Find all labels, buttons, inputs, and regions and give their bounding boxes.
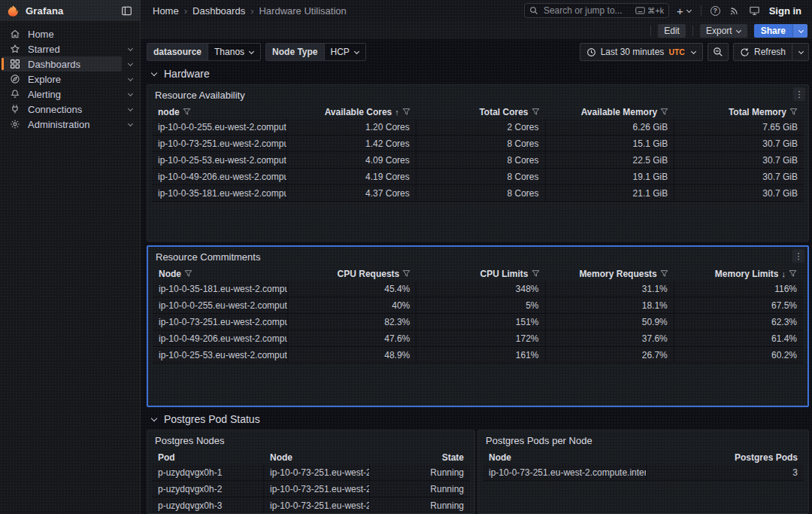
divider [692, 26, 693, 36]
column-header-memory-requests[interactable]: Memory Requests [546, 266, 674, 281]
refresh-interval-button[interactable] [792, 43, 809, 61]
panel-title[interactable]: Postgres Pods per Node [486, 435, 592, 446]
share-menu-button[interactable] [792, 24, 807, 38]
filter-funnel-icon[interactable] [660, 269, 668, 278]
column-header-cpu-requests[interactable]: CPU Requests [288, 266, 417, 281]
table-cell: p-uzydqvgx0h-1 [152, 464, 264, 480]
chevron-down-icon[interactable] [128, 60, 133, 65]
filter-funnel-icon[interactable] [402, 269, 411, 278]
table-cell: ip-10-0-0-255.eu-west-2.compute.internal [153, 297, 288, 313]
breadcrumb-separator: › [184, 5, 187, 17]
table-cell: 61.4% [674, 330, 803, 346]
section-hardware[interactable]: Hardware [150, 66, 809, 81]
sidebar-item-starred[interactable]: Starred [2, 41, 122, 56]
table-cell: 8 Cores [417, 185, 546, 201]
column-header-postgres-pods[interactable]: Postgres Pods [647, 450, 804, 464]
table-cell: 4.09 Cores [287, 152, 417, 168]
zoom-out-icon[interactable] [707, 43, 729, 61]
table-cell: 8 Cores [417, 152, 546, 168]
table-cell: 45.4% [288, 281, 417, 297]
gear-icon [9, 119, 20, 129]
table-cell: ip-10-0-73-251.eu-west-2.compute.interna… [264, 464, 370, 480]
column-header-memory-limits[interactable]: Memory Limits↓ [674, 266, 803, 281]
column-header-node[interactable]: Node [264, 450, 370, 464]
filter-funnel-icon[interactable] [532, 269, 540, 278]
filter-funnel-icon[interactable] [183, 108, 191, 116]
bell-icon [9, 89, 20, 99]
table-cell: p-uzydqvgx0h-2 [152, 481, 264, 497]
help-icon[interactable]: ? [710, 6, 720, 16]
chevron-down-icon[interactable] [128, 105, 133, 111]
filter-funnel-icon[interactable] [402, 108, 411, 116]
column-header-node[interactable]: node [152, 105, 287, 119]
chevron-down-icon[interactable] [128, 120, 133, 126]
filter-funnel-icon[interactable] [789, 108, 798, 116]
column-header-node[interactable]: Node [483, 450, 647, 464]
dashboard-actions-row: Edit Export Share [141, 21, 812, 39]
news-rss-icon[interactable] [729, 5, 740, 16]
table-cell: 47.6% [288, 330, 417, 346]
monitor-icon[interactable] [749, 5, 760, 16]
column-header-cpu-limits[interactable]: CPU Limits [417, 266, 545, 281]
table-row: p-uzydqvgx0h-2ip-10-0-73-251.eu-west-2.c… [152, 481, 470, 497]
edit-button[interactable]: Edit [658, 24, 686, 38]
search-icon [529, 6, 538, 15]
panel-title[interactable]: Resource Commitments [156, 251, 260, 263]
postgres-panels-row: Postgres Nodes PodNodeStatep-uzydqvgx0h-… [147, 430, 809, 514]
chevron-down-icon [686, 7, 692, 12]
node-type-select[interactable]: HCP [325, 47, 365, 57]
column-header-available-memory[interactable]: Available Memory [546, 105, 675, 119]
grafana-logo-icon[interactable] [7, 5, 20, 17]
search-text-field[interactable] [542, 5, 632, 17]
table-cell: ip-10-0-73-251.eu-west-2.compute.interna… [483, 464, 647, 480]
chevron-down-icon[interactable] [128, 90, 133, 96]
breadcrumb-dashboards[interactable]: Dashboards [192, 5, 245, 17]
filter-funnel-icon[interactable] [184, 269, 192, 278]
column-header-node[interactable]: Node [153, 266, 288, 281]
column-header-available-cores[interactable]: Available Cores↑ [287, 105, 417, 119]
export-button[interactable]: Export [700, 24, 747, 38]
filter-funnel-icon[interactable] [789, 269, 797, 278]
variable-label: datasource [147, 44, 208, 60]
table-cell: 348% [417, 281, 545, 297]
compass-icon [9, 74, 20, 84]
search-input[interactable]: ⌘+k [524, 3, 669, 18]
nav-right: Home › Dashboards › Hardware Utilisation… [141, 0, 812, 21]
section-postgres-pod-status[interactable]: Postgres Pod Status [150, 412, 809, 427]
sidebar-item-label: Administration [28, 119, 89, 130]
refresh-button[interactable]: Refresh [733, 43, 792, 61]
sidebar-item-dashboards[interactable]: Dashboards [2, 56, 122, 71]
sidebar-item-administration[interactable]: Administration [2, 117, 122, 132]
new-menu-button[interactable]: + [677, 5, 692, 17]
panel-title[interactable]: Resource Availability [155, 90, 245, 101]
time-range-picker[interactable]: Last 30 minutes UTC [580, 43, 703, 61]
column-header-total-cores[interactable]: Total Cores [417, 105, 546, 119]
sign-in-button[interactable]: Sign in [769, 5, 801, 17]
table-cell: Running [370, 481, 470, 497]
column-header-pod[interactable]: Pod [152, 450, 264, 464]
table-cell: 48.9% [288, 347, 417, 363]
filter-funnel-icon[interactable] [532, 108, 540, 116]
chevron-down-icon[interactable] [128, 45, 133, 50]
panel-menu-icon[interactable]: ⋮ [792, 249, 804, 263]
sidebar-item-home[interactable]: Home [2, 26, 122, 41]
breadcrumb-home[interactable]: Home [153, 5, 179, 17]
panel-title[interactable]: Postgres Nodes [155, 435, 225, 446]
table-cell: 1.42 Cores [287, 135, 417, 151]
sidebar-toggle-icon[interactable] [121, 5, 132, 17]
chevron-down-icon [691, 48, 696, 53]
datasource-select[interactable]: Thanos [208, 47, 260, 57]
column-header-state[interactable]: State [370, 450, 470, 464]
chevron-down-icon[interactable] [128, 75, 133, 81]
table-cell: ip-10-0-49-206.eu-west-2.compute.interna… [153, 330, 288, 346]
column-header-total-memory[interactable]: Total Memory [674, 105, 804, 119]
sidebar-item-connections[interactable]: Connections [2, 102, 122, 117]
table-cell: Running [370, 464, 470, 480]
sidebar-item-alerting[interactable]: Alerting [2, 87, 122, 102]
sort-asc-icon: ↑ [395, 108, 399, 117]
sidebar-item-explore[interactable]: Explore [2, 71, 122, 87]
panel-menu-icon[interactable]: ⋮ [793, 87, 805, 101]
share-button[interactable]: Share [754, 24, 792, 38]
table-cell: ip-10-0-73-251.eu-west-2.compute.interna… [264, 497, 370, 513]
filter-funnel-icon[interactable] [660, 108, 668, 116]
